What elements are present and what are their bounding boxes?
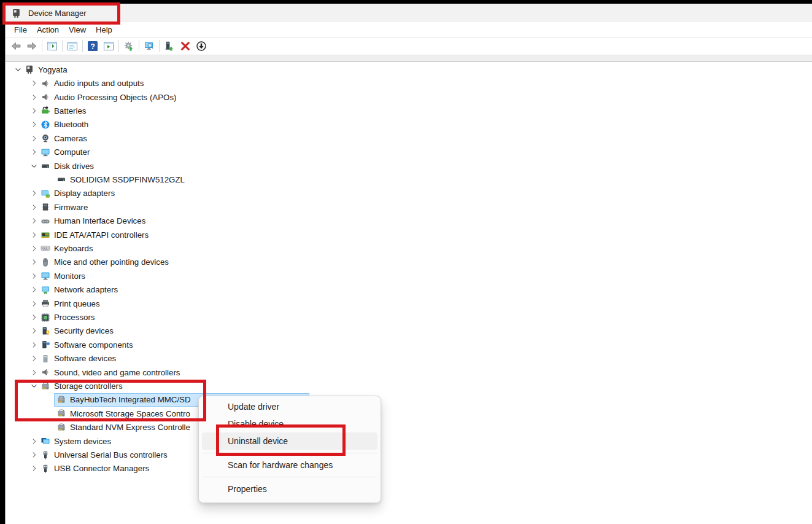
- chevron-down-icon[interactable]: [13, 65, 23, 74]
- context-menu-item-disable-device[interactable]: Disable device: [202, 415, 377, 432]
- toolbar-action-pane-button[interactable]: [101, 39, 117, 54]
- tree-item-monitors[interactable]: Monitors: [6, 269, 812, 283]
- toolbar-disable-device-button[interactable]: [193, 39, 209, 54]
- chevron-right-icon[interactable]: [29, 147, 39, 157]
- chevron-down-icon[interactable]: [29, 161, 39, 171]
- tree-item-standard-nvm-express-controlle[interactable]: Standard NVM Express Controlle: [6, 421, 812, 434]
- chevron-right-icon[interactable]: [29, 450, 39, 460]
- tree-item-label: Universal Serial Bus controllers: [54, 450, 168, 459]
- chevron-right-icon[interactable]: [29, 257, 39, 267]
- chevron-right-icon[interactable]: [29, 120, 39, 130]
- tree-item-system-devices[interactable]: System devices: [6, 434, 812, 448]
- menu-file[interactable]: File: [9, 23, 32, 36]
- tree-item-firmware[interactable]: Firmware: [6, 200, 812, 214]
- menu-help[interactable]: Help: [91, 23, 117, 36]
- update-device-icon: [164, 41, 175, 52]
- chevron-right-icon[interactable]: [29, 299, 39, 308]
- tree-item-audio-processing-objects-apos[interactable]: Audio Processing Objects (APOs): [6, 90, 812, 104]
- storage-controller-icon: [56, 409, 66, 418]
- menu-view[interactable]: View: [64, 23, 91, 36]
- tree-item-label: Standard NVM Express Controlle: [70, 423, 190, 432]
- chevron-right-icon[interactable]: [29, 230, 39, 240]
- toolbar-properties-pane-button[interactable]: [64, 39, 80, 54]
- tree-item-bluetooth[interactable]: Bluetooth: [6, 118, 812, 131]
- tree-item-microsoft-storage-spaces-contro[interactable]: Microsoft Storage Spaces Contro: [6, 407, 812, 420]
- tree-item-yogyata[interactable]: Yogyata: [6, 63, 812, 76]
- toolbar-forward-button[interactable]: [24, 39, 40, 54]
- chevron-right-icon[interactable]: [29, 285, 39, 295]
- toolbar-back-button[interactable]: [8, 39, 24, 54]
- chevron-right-icon[interactable]: [29, 216, 39, 226]
- tree-item-audio-inputs-and-outputs[interactable]: Audio inputs and outputs: [6, 76, 812, 90]
- processor-icon: [41, 313, 50, 323]
- chevron-right-icon[interactable]: [29, 367, 39, 377]
- chevron-right-icon[interactable]: [29, 133, 39, 143]
- disable-down-icon: [196, 41, 207, 52]
- monitor-icon: [41, 271, 50, 281]
- tree-item-cameras[interactable]: Cameras: [6, 131, 812, 145]
- toolbar-scan-hardware-changes-button[interactable]: [141, 39, 157, 54]
- toolbar-separator: [118, 40, 119, 52]
- chevron-right-icon[interactable]: [29, 354, 39, 364]
- speaker-icon: [41, 79, 50, 88]
- update-driver-gear-icon: [123, 41, 134, 52]
- context-menu-item-uninstall-device[interactable]: Uninstall device: [202, 432, 377, 450]
- tree-item-software-components[interactable]: Software components: [6, 338, 812, 351]
- toolbar-edge: [6, 55, 812, 61]
- toolbar-separator: [42, 40, 42, 52]
- chevron-right-icon[interactable]: [29, 92, 39, 102]
- tree-item-computer[interactable]: Computer: [6, 145, 812, 158]
- tree-item-display-adapters[interactable]: Display adapters: [6, 187, 812, 200]
- chevron-right-icon[interactable]: [29, 189, 39, 198]
- chevron-right-icon[interactable]: [29, 340, 39, 350]
- chevron-right-icon[interactable]: [29, 313, 39, 323]
- toolbar-separator: [159, 40, 160, 52]
- toolbar-separator: [62, 40, 63, 52]
- chevron-down-icon[interactable]: [29, 381, 39, 391]
- toolbar-help-button[interactable]: ?: [85, 39, 101, 54]
- tree-item-bayhubtech-integrated-mmc-sd[interactable]: BayHubTech Integrated MMC/SD: [6, 393, 812, 407]
- toolbar-show-console-tree-button[interactable]: [44, 39, 60, 54]
- tree-item-network-adapters[interactable]: Network adapters: [6, 283, 812, 297]
- menu-action[interactable]: Action: [32, 23, 64, 36]
- scan-hardware-icon: [144, 41, 155, 52]
- chevron-placeholder: [45, 174, 55, 184]
- tree-item-software-devices[interactable]: Software devices: [6, 352, 812, 366]
- speaker-icon: [41, 367, 50, 377]
- chevron-right-icon[interactable]: [29, 202, 39, 212]
- uninstall-x-icon: [180, 41, 191, 52]
- tree-item-mice-and-other-pointing-devices[interactable]: Mice and other pointing devices: [6, 256, 812, 269]
- tree-item-disk-drives[interactable]: Disk drives: [6, 159, 812, 173]
- tree-item-universal-serial-bus-controllers[interactable]: Universal Serial Bus controllers: [6, 448, 812, 461]
- computer-root-icon: [25, 65, 34, 74]
- tree-item-usb-connector-managers[interactable]: USB Connector Managers: [6, 462, 812, 475]
- context-menu-item-scan-for-hardware-changes[interactable]: Scan for hardware changes: [202, 456, 377, 474]
- tree-item-security-devices[interactable]: Security devices: [6, 324, 812, 338]
- monitor-icon: [41, 147, 50, 157]
- toolbar-update-driver-button[interactable]: [121, 39, 137, 54]
- chevron-right-icon[interactable]: [29, 326, 39, 336]
- chevron-right-icon[interactable]: [29, 271, 39, 281]
- chevron-right-icon[interactable]: [29, 436, 39, 446]
- chevron-right-icon[interactable]: [29, 243, 39, 253]
- tree-item-sound-video-and-game-controllers[interactable]: Sound, video and game controllers: [6, 366, 812, 379]
- chevron-placeholder: [45, 395, 55, 405]
- tree-item-label: Processors: [54, 313, 95, 322]
- toolbar-uninstall-device-button[interactable]: [177, 39, 193, 54]
- chevron-right-icon[interactable]: [29, 79, 39, 88]
- tree-item-print-queues[interactable]: Print queues: [6, 297, 812, 310]
- tree-item-ide-ata-atapi-controllers[interactable]: IDE ATA/ATAPI controllers: [6, 228, 812, 241]
- tree-item-human-interface-devices[interactable]: Human Interface Devices: [6, 214, 812, 227]
- firmware-chip-icon: [41, 202, 50, 212]
- tree-item-label: Cameras: [54, 134, 87, 143]
- chevron-right-icon[interactable]: [29, 106, 39, 115]
- tree-item-storage-controllers[interactable]: Storage controllers: [6, 379, 812, 393]
- toolbar-update-device-button[interactable]: [161, 39, 177, 54]
- context-menu-item-properties[interactable]: Properties: [202, 480, 377, 498]
- tree-item-keyboards[interactable]: Keyboards: [6, 241, 812, 255]
- context-menu-item-update-driver[interactable]: Update driver: [202, 398, 377, 415]
- chevron-right-icon[interactable]: [29, 464, 39, 474]
- tree-item-solidigm-ssdpfinw512gzl[interactable]: SOLIDIGM SSDPFINW512GZL: [6, 173, 812, 186]
- tree-item-batteries[interactable]: Batteries: [6, 104, 812, 117]
- tree-item-processors[interactable]: Processors: [6, 310, 812, 324]
